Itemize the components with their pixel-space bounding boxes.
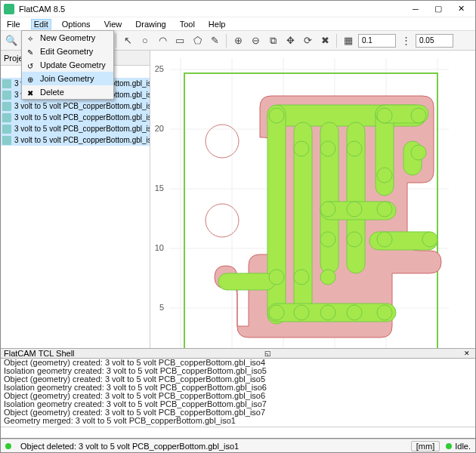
status-idle-icon xyxy=(446,443,452,449)
maximize-button[interactable]: ▢ xyxy=(427,2,450,16)
rotate-icon[interactable]: ⟳ xyxy=(300,33,315,48)
geometry-icon xyxy=(2,136,11,145)
close-button[interactable]: ✕ xyxy=(450,2,472,16)
shell-titlebar: FlatCAM TCL Shell ◱ ✕ xyxy=(1,348,475,359)
minimize-button[interactable]: ─ xyxy=(404,2,427,16)
separator xyxy=(116,34,116,48)
project-tree[interactable]: m.gbl 3 volt to 5 volt PCB_copperBottom.… xyxy=(1,66,150,348)
svg-rect-28 xyxy=(267,105,286,324)
svg-point-41 xyxy=(320,141,335,156)
union-icon[interactable]: ⊕ xyxy=(230,33,246,48)
menu-item-join-geometry[interactable]: ⊕Join Geometry xyxy=(22,72,113,85)
pcb-canvas[interactable]: 0510152025 0510152025 xyxy=(150,51,475,348)
menu-item-delete[interactable]: ✖Delete xyxy=(22,85,113,99)
geometry-icon xyxy=(2,113,11,122)
tree-item[interactable]: 3 volt to 5 volt PCB_copperBottom.gbl_is… xyxy=(1,134,150,146)
svg-point-59 xyxy=(320,305,335,320)
circle-icon[interactable]: ○ xyxy=(138,33,153,48)
svg-point-47 xyxy=(320,202,335,217)
rect-icon[interactable]: ▭ xyxy=(172,33,187,48)
menu-help[interactable]: Help xyxy=(206,19,229,29)
geometry-icon xyxy=(2,91,11,100)
svg-point-49 xyxy=(377,202,392,217)
svg-point-57 xyxy=(269,305,284,320)
app-icon xyxy=(4,4,14,14)
edit-menu-dropdown: ✧New Geometry✎Edit Geometry↺Update Geome… xyxy=(21,30,114,100)
titlebar: FlatCAM 8.5 ─ ▢ ✕ xyxy=(1,1,475,17)
arc-icon[interactable]: ◠ xyxy=(155,33,170,48)
svg-point-26 xyxy=(206,204,239,237)
shell-close-icon[interactable]: ✕ xyxy=(462,350,472,357)
svg-point-50 xyxy=(320,232,335,247)
svg-point-58 xyxy=(294,305,309,320)
poly-icon[interactable]: ⬠ xyxy=(190,33,205,48)
menu-item-icon: ✖ xyxy=(25,88,36,98)
pointer-icon[interactable]: ↖ xyxy=(120,33,135,48)
tree-item[interactable]: 3 volt to 5 volt PCB_copperBottom.gbl_is… xyxy=(1,112,150,123)
menu-options[interactable]: Options xyxy=(59,19,94,29)
svg-point-42 xyxy=(347,141,362,156)
tcl-shell-output[interactable]: Object (geometry) created: 3 volt to 5 v… xyxy=(1,359,475,427)
tcl-shell-input[interactable] xyxy=(1,427,475,439)
svg-point-43 xyxy=(377,108,392,123)
path-icon[interactable]: ✎ xyxy=(207,33,222,48)
svg-point-48 xyxy=(347,202,362,217)
grid-y-field[interactable] xyxy=(416,34,453,48)
svg-point-40 xyxy=(294,141,309,156)
statusbar: Object deleted: 3 volt to 5 volt PCB_cop… xyxy=(1,439,475,452)
shell-title: FlatCAM TCL Shell xyxy=(4,349,75,358)
move-icon[interactable]: ✥ xyxy=(283,33,298,48)
shell-float-icon[interactable]: ◱ xyxy=(262,350,274,357)
copy-icon[interactable]: ⧉ xyxy=(265,33,280,48)
svg-text:25: 25 xyxy=(155,64,164,73)
svg-point-44 xyxy=(411,108,426,123)
tree-item[interactable]: 3 volt to 5 volt PCB_copperBottom.gbl_is… xyxy=(1,100,150,112)
menu-item-update-geometry[interactable]: ↺Update Geometry xyxy=(22,58,113,72)
svg-point-61 xyxy=(377,305,392,320)
zoom-tool-icon[interactable]: 🔍 xyxy=(4,33,19,48)
menu-view[interactable]: View xyxy=(101,19,125,29)
snap-y-icon[interactable]: ⋮ xyxy=(398,33,413,48)
menu-item-icon: ✧ xyxy=(25,33,36,44)
svg-text:15: 15 xyxy=(155,183,164,193)
delete-icon[interactable]: ✖ xyxy=(317,33,332,48)
menu-file[interactable]: File xyxy=(4,19,23,29)
project-tab[interactable]: Proje xyxy=(4,54,23,63)
svg-text:10: 10 xyxy=(155,243,164,252)
separator xyxy=(226,34,227,48)
menubar: FileEditOptionsViewDrawingToolHelp xyxy=(1,17,475,31)
svg-point-46 xyxy=(377,168,392,183)
svg-point-55 xyxy=(294,270,309,285)
svg-point-54 xyxy=(269,270,284,285)
status-idle: Idle. xyxy=(455,442,471,451)
pcb-render: 0510152025 0510152025 xyxy=(150,51,475,348)
window-title: FlatCAM 8.5 xyxy=(19,5,404,14)
svg-point-51 xyxy=(347,232,362,247)
menu-item-new-geometry[interactable]: ✧New Geometry xyxy=(22,31,113,45)
menu-item-icon: ✎ xyxy=(25,47,36,57)
status-message: Object deleted: 3 volt to 5 volt PCB_cop… xyxy=(20,442,239,451)
svg-text:5: 5 xyxy=(159,303,164,312)
svg-point-25 xyxy=(206,125,239,158)
geometry-icon xyxy=(2,79,11,88)
separator xyxy=(336,34,337,48)
svg-text:20: 20 xyxy=(155,124,164,133)
svg-point-39 xyxy=(269,108,284,123)
svg-rect-38 xyxy=(218,273,275,290)
grid-x-field[interactable] xyxy=(358,34,396,48)
svg-point-52 xyxy=(377,232,392,247)
menu-tool[interactable]: Tool xyxy=(177,19,198,29)
tree-item[interactable]: 3 volt to 5 volt PCB_copperBottom.gbl_is… xyxy=(1,123,150,134)
svg-point-60 xyxy=(347,305,362,320)
subtract-icon[interactable]: ⊖ xyxy=(248,33,263,48)
menu-item-icon: ↺ xyxy=(25,60,36,71)
snap-icon[interactable]: ▦ xyxy=(341,33,356,48)
menu-drawing[interactable]: Drawing xyxy=(132,19,168,29)
menu-edit[interactable]: Edit xyxy=(31,19,51,29)
svg-point-56 xyxy=(320,270,335,285)
svg-point-53 xyxy=(422,232,437,247)
menu-item-edit-geometry[interactable]: ✎Edit Geometry xyxy=(22,45,113,58)
status-ok-icon xyxy=(5,443,11,449)
geometry-icon xyxy=(2,125,11,134)
geometry-icon xyxy=(2,102,11,111)
